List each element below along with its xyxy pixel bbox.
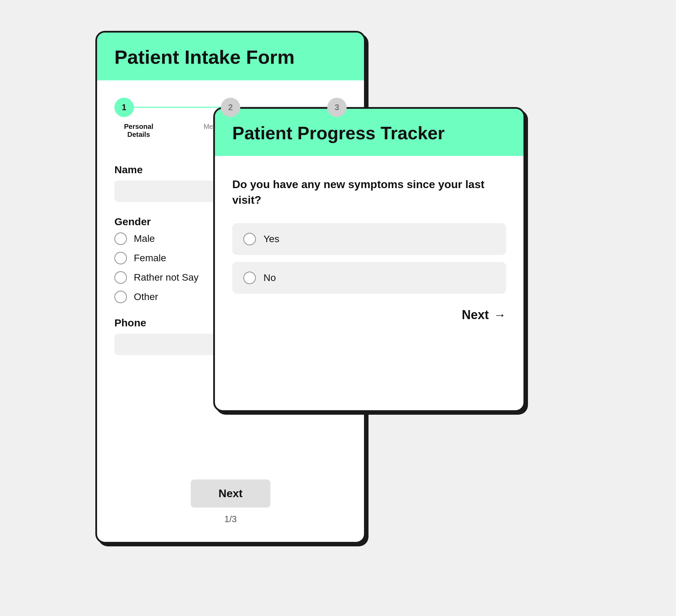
question-text: Do you have any new symptoms since your … <box>232 177 506 208</box>
radio-other-circle <box>114 291 127 303</box>
radio-no-circle <box>243 272 256 284</box>
progress-body: Do you have any new symptoms since your … <box>215 156 523 336</box>
step-3-circle: 3 <box>327 98 347 117</box>
progress-tracker-title: Patient Progress Tracker <box>232 123 506 143</box>
radio-female-circle <box>114 252 127 264</box>
answer-no-label: No <box>263 272 276 283</box>
answer-no[interactable]: No <box>232 262 506 294</box>
radio-rns-circle <box>114 271 127 284</box>
step-line-1-2 <box>134 107 221 108</box>
step-3-node: 3 <box>327 98 347 117</box>
intake-form-title: Patient Intake Form <box>114 46 347 68</box>
intake-header: Patient Intake Form <box>97 33 364 80</box>
radio-male-circle <box>114 232 127 245</box>
intake-next-button[interactable]: Next <box>191 479 270 508</box>
radio-yes-circle <box>243 233 256 245</box>
intake-bottom: Next 1/3 <box>97 479 364 525</box>
step-2-node: 2 <box>221 98 240 117</box>
step-2-circle: 2 <box>221 98 240 117</box>
radio-female-label: Female <box>134 253 166 264</box>
progress-header: Patient Progress Tracker <box>215 109 523 156</box>
answer-yes[interactable]: Yes <box>232 223 506 255</box>
answer-yes-label: Yes <box>263 234 279 245</box>
radio-male-label: Male <box>134 233 155 244</box>
step-1-circle: 1 <box>114 98 134 117</box>
progress-next-area: Next → <box>232 308 506 322</box>
arrow-right-icon: → <box>494 308 506 322</box>
page-indicator: 1/3 <box>224 514 237 525</box>
step-1-label: Personal Details <box>114 123 163 147</box>
step-1-node: 1 <box>114 98 134 117</box>
progress-next-label: Next <box>462 308 489 322</box>
radio-rns-label: Rather not Say <box>134 272 199 283</box>
radio-other-label: Other <box>134 291 158 302</box>
progress-tracker-card: Patient Progress Tracker Do you have any… <box>213 107 525 412</box>
progress-next-button[interactable]: Next → <box>462 308 506 322</box>
